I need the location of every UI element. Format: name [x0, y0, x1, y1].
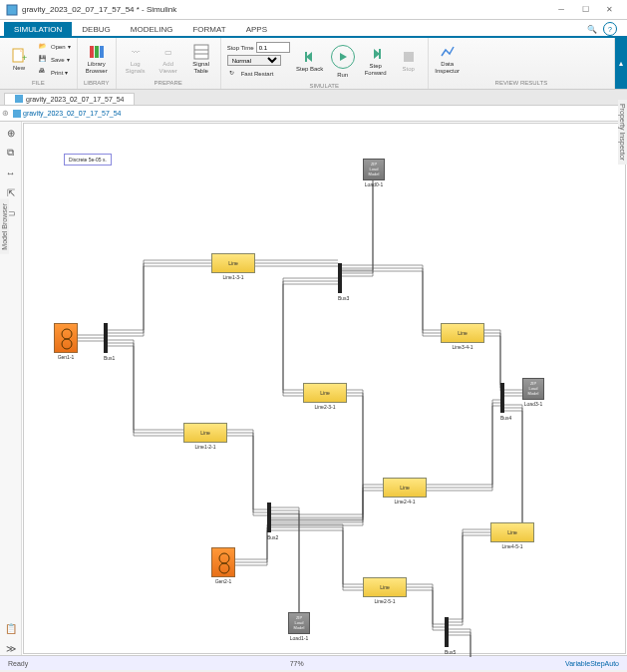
line-block[interactable]: LineLine2-5-1 — [363, 577, 407, 597]
print-button[interactable]: 🖶Print ▾ — [37, 67, 73, 79]
line-block[interactable]: LineLine2-4-1 — [383, 478, 427, 498]
status-solver[interactable]: VariableStepAuto — [565, 660, 619, 667]
svg-rect-6 — [194, 45, 208, 59]
run-button[interactable]: Run — [328, 40, 358, 82]
bus-block[interactable]: Bus5 — [445, 617, 449, 647]
stop-button[interactable]: Stop — [394, 40, 424, 82]
nav-back-button[interactable]: ⊛ — [2, 109, 9, 118]
library-icon — [89, 44, 105, 60]
ribbon-tabs: SIMULATION DEBUG MODELING FORMAT APPS 🔍 … — [0, 20, 627, 38]
ribbon-help-icon[interactable]: ? — [603, 22, 617, 36]
svg-rect-11 — [404, 52, 414, 62]
group-library: Library Browser LIBRARY — [78, 38, 117, 89]
svg-rect-9 — [305, 52, 307, 62]
svg-point-14 — [62, 329, 72, 339]
model-icon — [15, 95, 23, 104]
tab-modeling[interactable]: MODELING — [121, 22, 183, 36]
data-inspector-icon — [440, 44, 456, 60]
step-back-button[interactable]: Step Back — [295, 40, 325, 82]
svg-point-15 — [62, 339, 72, 349]
maximize-button[interactable]: ☐ — [573, 1, 597, 19]
doc-tab[interactable]: gravity_2023_02_07_17_57_54 — [4, 93, 135, 105]
svg-rect-5 — [100, 46, 104, 58]
app-icon — [6, 4, 18, 16]
tab-simulation[interactable]: SIMULATION — [4, 22, 72, 36]
save-button[interactable]: 💾Save ▾ — [37, 54, 73, 66]
stoptime-input[interactable] — [256, 42, 290, 53]
add-viewer-button[interactable]: ▭ Add Viewer — [154, 40, 183, 79]
svg-point-17 — [219, 563, 229, 573]
property-inspector-panel[interactable]: Property Inspector — [618, 100, 627, 165]
generator-block[interactable]: Gen1-1 — [54, 323, 78, 353]
group-simulate: Stop Time Normal ↻Fast Restart Step Back… — [221, 38, 429, 89]
bus-block[interactable]: Bus2 — [267, 503, 271, 532]
bus-block[interactable]: Bus4 — [500, 383, 504, 413]
log-signals-button[interactable]: 〰 Log Signals — [121, 40, 151, 79]
line-block[interactable]: LineLine4-5-1 — [490, 522, 534, 542]
load-block[interactable]: ZIPLoadModelLoad3-1 — [522, 378, 544, 400]
breadcrumb-bar: ⊛ gravity_2023_02_07_17_57_54 ▼ — [0, 106, 627, 122]
signal-table-button[interactable]: Signal Table — [186, 40, 216, 79]
load-block[interactable]: ZIPLoadModelLoad0-1 — [363, 159, 385, 180]
group-file: + New 📂Open ▾ 💾Save ▾ 🖶Print ▾ FILE — [0, 38, 78, 89]
open-button[interactable]: 📂Open ▾ — [37, 41, 73, 53]
generator-block[interactable]: Gen2-1 — [211, 547, 235, 577]
status-bar: Ready 77% VariableStepAuto — [0, 655, 627, 670]
status-ready: Ready — [8, 660, 28, 667]
tab-debug[interactable]: DEBUG — [72, 22, 120, 36]
canvas-menu-button[interactable]: ≫ — [4, 641, 18, 655]
fast-restart-button[interactable]: ↻Fast Restart — [227, 68, 290, 80]
pan-tool-button[interactable]: ↔ — [4, 166, 18, 179]
close-button[interactable]: ✕ — [597, 1, 621, 19]
svg-rect-13 — [13, 110, 21, 118]
model-canvas[interactable]: Discrete 5e-05 s. Bus1Bus3Bus2Bus4Bus5Ge… — [23, 123, 626, 654]
svg-rect-12 — [15, 95, 23, 103]
stoptime-label: Stop Time — [227, 45, 254, 51]
log-signals-icon: 〰 — [128, 44, 144, 60]
svg-rect-10 — [379, 49, 381, 59]
print-icon: 🖶 — [39, 68, 49, 78]
zoom-fit-button[interactable]: ⊕ — [4, 126, 18, 140]
breadcrumb-root[interactable]: gravity_2023_02_07_17_57_54 — [13, 110, 121, 118]
svg-rect-4 — [95, 46, 99, 58]
step-forward-button[interactable]: Step Forward — [361, 40, 391, 82]
ribbon-collapse-button[interactable]: ▴ — [615, 38, 627, 89]
doc-tabstrip: gravity_2023_02_07_17_57_54 — [0, 90, 627, 106]
svg-rect-3 — [90, 46, 94, 58]
data-inspector-button[interactable]: Data Inspector — [433, 40, 463, 79]
model-browser-panel[interactable]: Model Browser — [0, 199, 9, 254]
load-block[interactable]: ZIPLoadModelLoad1-1 — [288, 612, 310, 634]
title-bar: gravity_2023_02_07_17_57_54 * - Simulink… — [0, 0, 627, 20]
sim-mode-select[interactable]: Normal — [227, 55, 281, 66]
tab-format[interactable]: FORMAT — [182, 22, 235, 36]
line-block[interactable]: LineLine3-4-1 — [441, 323, 484, 343]
ribbon-help: 🔍 ? — [585, 22, 623, 36]
ribbon-find-icon[interactable]: 🔍 — [585, 22, 599, 36]
stop-icon — [401, 49, 417, 65]
fast-restart-icon: ↻ — [229, 69, 239, 79]
group-review: Data Inspector REVIEW RESULTS — [429, 38, 615, 89]
fit-view-button[interactable]: ⇱ — [4, 185, 18, 199]
line-block[interactable]: LineLine1-3-1 — [211, 253, 255, 273]
save-icon: 💾 — [39, 55, 49, 65]
zoom-tool-button[interactable]: ⧉ — [4, 146, 18, 160]
viewer-icon: ▭ — [160, 44, 176, 60]
status-zoom[interactable]: 77% — [290, 660, 304, 667]
step-back-icon — [302, 49, 318, 65]
bus-block[interactable]: Bus3 — [338, 263, 342, 293]
svg-point-16 — [219, 553, 229, 563]
line-block[interactable]: LineLine1-2-1 — [183, 423, 227, 443]
tab-apps[interactable]: APPS — [236, 22, 277, 36]
library-browser-button[interactable]: Library Browser — [82, 40, 112, 79]
new-icon: + — [11, 48, 27, 64]
window-title: gravity_2023_02_07_17_57_54 * - Simulink — [22, 5, 176, 14]
powergui-block[interactable]: Discrete 5e-05 s. — [64, 154, 112, 166]
line-block[interactable]: LineLine2-3-1 — [303, 383, 347, 403]
minimize-button[interactable]: ─ — [549, 1, 573, 19]
model-info-button[interactable]: 📋 — [4, 621, 18, 635]
group-prepare: 〰 Log Signals ▭ Add Viewer Signal Table … — [117, 38, 221, 89]
main-area: Model Browser ⊕ ⧉ ↔ ⇱ ▭ 📋 ≫ Discrete 5e-… — [0, 122, 627, 655]
bus-block[interactable]: Bus1 — [104, 323, 108, 353]
new-button[interactable]: + New — [4, 40, 34, 79]
svg-text:+: + — [22, 53, 27, 63]
